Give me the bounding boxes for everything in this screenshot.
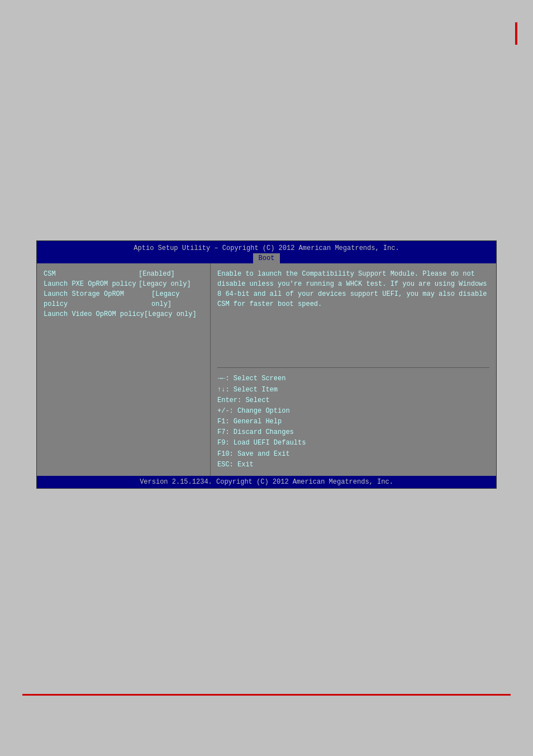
- bios-item-value-csm: [Enabled]: [139, 269, 175, 279]
- bios-menu-list: CSM [Enabled] Launch PXE OpROM policy [L…: [44, 269, 203, 319]
- bios-menu-item-csm[interactable]: CSM [Enabled]: [44, 269, 203, 279]
- bios-right-panel: Enable to launch the Compatibility Suppo…: [210, 263, 496, 476]
- bios-footer: Version 2.15.1234. Copyright (C) 2012 Am…: [37, 476, 496, 488]
- bios-item-label-video: Launch Video OpROM policy: [44, 309, 144, 319]
- bios-item-value-video: [Legacy only]: [144, 309, 197, 319]
- bios-item-label-pxe: Launch PXE OpROM policy: [44, 279, 139, 289]
- bios-menu-item-storage[interactable]: Launch Storage OpROM policy [Legacy only…: [44, 289, 203, 309]
- bios-item-label-storage: Launch Storage OpROM policy: [44, 289, 151, 309]
- key-f9-defaults: F9: Load UEFI Defaults: [217, 438, 489, 448]
- key-esc-exit: ESC: Exit: [217, 460, 489, 470]
- top-red-bar: [515, 22, 517, 45]
- key-arrows-icon: →←: [217, 375, 225, 382]
- bios-help-text: Enable to launch the Compatibility Suppo…: [217, 269, 489, 362]
- bios-main-content: CSM [Enabled] Launch PXE OpROM policy [L…: [37, 263, 496, 476]
- bios-left-panel: CSM [Enabled] Launch PXE OpROM policy [L…: [37, 263, 210, 476]
- bios-title: Aptio Setup Utility – Copyright (C) 2012…: [37, 243, 496, 253]
- bios-active-tab[interactable]: Boot: [253, 253, 280, 263]
- key-enter-select: Enter: Select: [217, 395, 489, 406]
- bios-divider: [217, 367, 489, 368]
- bottom-red-line: [22, 694, 511, 696]
- bios-title-bar: Aptio Setup Utility – Copyright (C) 2012…: [37, 241, 496, 263]
- bios-item-label-csm: CSM: [44, 269, 139, 279]
- key-select-item: ↑↓: Select Item: [217, 385, 489, 395]
- key-updown-icon: ↑↓: [217, 386, 225, 394]
- bios-key-list: →←: Select Screen ↑↓: Select Item Enter:…: [217, 374, 489, 470]
- key-change-option: +/-: Change Option: [217, 406, 489, 417]
- key-f1-help: F1: General Help: [217, 417, 489, 427]
- bios-menu-item-pxe[interactable]: Launch PXE OpROM policy [Legacy only]: [44, 279, 203, 289]
- key-select-screen: →←: Select Screen: [217, 374, 489, 384]
- key-f7-discard: F7: Discard Changes: [217, 427, 489, 438]
- bios-item-value-pxe: [Legacy only]: [139, 279, 191, 289]
- bios-menu-item-video[interactable]: Launch Video OpROM policy [Legacy only]: [44, 309, 203, 319]
- bios-item-value-storage: [Legacy only]: [151, 289, 203, 309]
- bios-container: Aptio Setup Utility – Copyright (C) 2012…: [36, 240, 497, 489]
- key-f10-save: F10: Save and Exit: [217, 449, 489, 460]
